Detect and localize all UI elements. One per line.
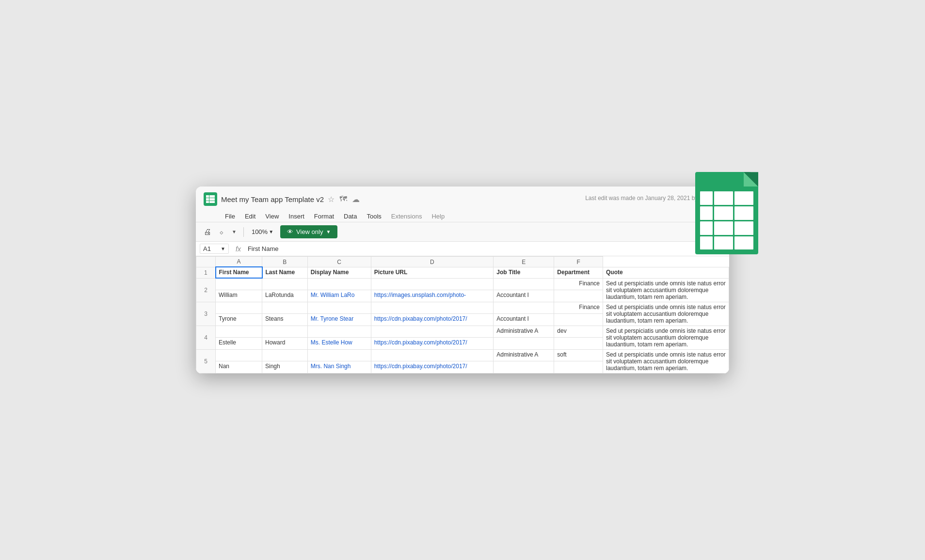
cell-d2[interactable]: https://images.unsplash.com/photo- — [371, 290, 494, 302]
cell-b5[interactable]: Singh — [262, 361, 308, 373]
cell-a3-top[interactable] — [216, 302, 262, 314]
cell-d5-top[interactable] — [371, 349, 494, 361]
view-only-arrow: ▼ — [326, 229, 331, 234]
cell-b3[interactable]: Steans — [262, 314, 308, 326]
cell-e2[interactable]: Accountant I — [494, 290, 554, 302]
cell-d3-top[interactable] — [371, 302, 494, 314]
col-header-d[interactable]: D — [371, 257, 494, 267]
page-wrapper: Meet my Team app Template v2 ☆ 🗺 ☁ Last … — [196, 187, 729, 373]
cell-a2-top[interactable] — [216, 278, 262, 290]
cell-b1[interactable]: Last Name — [262, 267, 308, 278]
cell-a1[interactable]: First Name — [216, 267, 262, 278]
zoom-value: 100% — [252, 228, 268, 235]
menu-edit[interactable]: Edit — [241, 211, 259, 222]
cell-e3-top[interactable] — [494, 302, 554, 314]
menu-help[interactable]: Help — [428, 211, 448, 222]
cell-e4[interactable] — [494, 338, 554, 350]
cell-g3-quote[interactable]: Sed ut perspiciatis unde omnis iste natu… — [603, 302, 729, 326]
menu-tools[interactable]: Tools — [363, 211, 385, 222]
cell-g2-quote[interactable]: Sed ut perspiciatis unde omnis iste natu… — [603, 278, 729, 302]
formula-content: First Name — [248, 245, 725, 252]
cell-c3[interactable]: Mr. Tyrone Stear — [307, 314, 371, 326]
filter-icon[interactable]: ⬦ — [217, 226, 226, 238]
cell-ref-value: A1 — [203, 245, 211, 252]
cell-c5[interactable]: Mrs. Nan Singh — [307, 361, 371, 373]
cell-e2-top[interactable] — [494, 278, 554, 290]
cell-b2-top[interactable] — [262, 278, 308, 290]
cell-c3-top[interactable] — [307, 302, 371, 314]
cell-f5-dept[interactable]: soft — [554, 349, 603, 361]
cell-f1[interactable]: Department — [554, 267, 603, 278]
col-header-f[interactable]: F — [554, 257, 603, 267]
cell-f5[interactable] — [554, 361, 603, 373]
cell-f2-dept[interactable]: Finance — [554, 278, 603, 290]
cell-d4[interactable]: https://cdn.pixabay.com/photo/2017/ — [371, 338, 494, 350]
cell-f3-dept[interactable]: Finance — [554, 302, 603, 314]
map-pin-icon[interactable]: 🗺 — [339, 195, 347, 203]
table-row: 4 Administrative A dev Sed ut perspiciat… — [196, 326, 729, 338]
cell-e3[interactable]: Accountant I — [494, 314, 554, 326]
cell-e4-top[interactable]: Administrative A — [494, 326, 554, 338]
cell-f2[interactable] — [554, 290, 603, 302]
cell-b2[interactable]: LaRotunda — [262, 290, 308, 302]
cell-c4-top[interactable] — [307, 326, 371, 338]
menu-view[interactable]: View — [261, 211, 283, 222]
cell-e1[interactable]: Job Title — [494, 267, 554, 278]
eye-icon: 👁 — [287, 228, 293, 235]
cell-d5[interactable]: https://cdn.pixabay.com/photo/2017/ — [371, 361, 494, 373]
row-num-5: 5 — [196, 349, 216, 373]
cell-reference[interactable]: A1 ▼ — [200, 244, 229, 254]
cell-f4-dept[interactable]: dev — [554, 326, 603, 338]
menu-insert[interactable]: Insert — [285, 211, 308, 222]
col-header-e[interactable]: E — [494, 257, 554, 267]
menu-file[interactable]: File — [221, 211, 239, 222]
formula-bar: A1 ▼ fx First Name — [196, 242, 729, 256]
cell-g5-quote[interactable]: Sed ut perspiciatis unde omnis iste natu… — [603, 349, 729, 373]
cell-b4[interactable]: Howard — [262, 338, 308, 350]
cell-c2-top[interactable] — [307, 278, 371, 290]
cell-g4-quote[interactable]: Sed ut perspiciatis unde omnis iste natu… — [603, 326, 729, 349]
cell-e5[interactable] — [494, 361, 554, 373]
cell-b4-top[interactable] — [262, 326, 308, 338]
spreadsheet-area[interactable]: A B C D E F 1 First Name — [196, 256, 729, 373]
cell-a5[interactable]: Nan — [216, 361, 262, 373]
cell-f3[interactable] — [554, 314, 603, 326]
cell-d4-top[interactable] — [371, 326, 494, 338]
cell-f4[interactable] — [554, 338, 603, 350]
view-only-button[interactable]: 👁 View only ▼ — [280, 225, 337, 238]
cell-b5-top[interactable] — [262, 349, 308, 361]
header-row: 1 First Name Last Name Display Name Pict… — [196, 267, 729, 278]
col-header-a[interactable]: A — [216, 257, 262, 267]
cell-a3[interactable]: Tyrone — [216, 314, 262, 326]
row-num-2: 2 — [196, 278, 216, 302]
cell-d3[interactable]: https://cdn.pixabay.com/photo/2017/ — [371, 314, 494, 326]
cell-a4[interactable]: Estelle — [216, 338, 262, 350]
cell-c2[interactable]: Mr. William LaRo — [307, 290, 371, 302]
title-bar: Meet my Team app Template v2 ☆ 🗺 ☁ Last … — [196, 187, 729, 222]
cell-c1[interactable]: Display Name — [307, 267, 371, 278]
cloud-icon[interactable]: ☁ — [352, 195, 360, 204]
star-icon[interactable]: ☆ — [328, 195, 335, 204]
menu-format[interactable]: Format — [310, 211, 338, 222]
toolbar: 🖨 ⬦ ▼ 100% ▼ 👁 View only ▼ — [196, 222, 729, 242]
cell-d2-top[interactable] — [371, 278, 494, 290]
zoom-control[interactable]: 100% ▼ — [249, 227, 276, 237]
toolbar-divider — [243, 227, 244, 237]
row-num-3: 3 — [196, 302, 216, 326]
cell-d1[interactable]: Picture URL — [371, 267, 494, 278]
cell-c4[interactable]: Ms. Estelle How — [307, 338, 371, 350]
cell-b3-top[interactable] — [262, 302, 308, 314]
filter-arrow-icon[interactable]: ▼ — [230, 227, 239, 236]
col-header-c[interactable]: C — [307, 257, 371, 267]
cell-e5-top[interactable]: Administrative A — [494, 349, 554, 361]
cell-a5-top[interactable] — [216, 349, 262, 361]
print-icon[interactable]: 🖨 — [202, 226, 213, 238]
cell-a4-top[interactable] — [216, 326, 262, 338]
menu-extensions[interactable]: Extensions — [387, 211, 426, 222]
menu-data[interactable]: Data — [340, 211, 361, 222]
cell-c5-top[interactable] — [307, 349, 371, 361]
spreadsheet-window: Meet my Team app Template v2 ☆ 🗺 ☁ Last … — [196, 187, 729, 373]
cell-a2[interactable]: William — [216, 290, 262, 302]
row-num-1: 1 — [196, 267, 216, 278]
col-header-b[interactable]: B — [262, 257, 308, 267]
